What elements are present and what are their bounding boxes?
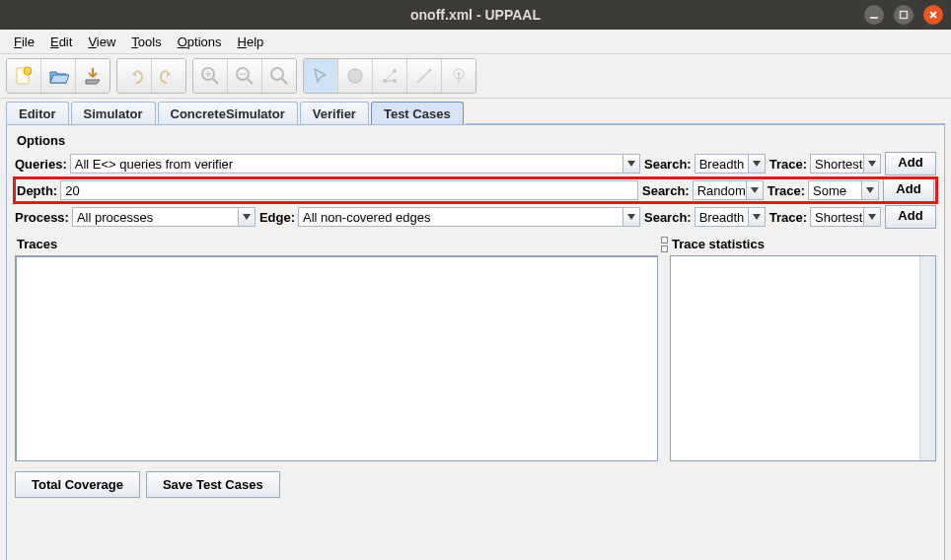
menu-edit[interactable]: Edit bbox=[42, 33, 80, 51]
traces-title: Traces bbox=[17, 237, 658, 251]
main-tabbar: Editor Simulator ConcreteSimulator Verif… bbox=[0, 99, 951, 124]
trace-combo-3[interactable]: Shortest bbox=[810, 207, 881, 227]
close-button[interactable] bbox=[923, 5, 943, 25]
trace-label-2: Trace: bbox=[768, 183, 805, 198]
minimize-button[interactable] bbox=[864, 5, 884, 25]
queries-combo[interactable]: All E<> queries from verifier bbox=[70, 154, 640, 174]
menu-bar: File Edit View Tools Options Help bbox=[0, 30, 951, 54]
add-button-2[interactable]: Add bbox=[883, 178, 934, 202]
chevron-down-icon bbox=[746, 181, 763, 199]
chevron-down-icon bbox=[863, 155, 880, 173]
save-file-icon[interactable] bbox=[76, 59, 110, 93]
trace-label-1: Trace: bbox=[769, 157, 807, 172]
svg-line-14 bbox=[282, 79, 287, 84]
queries-row: Queries: All E<> queries from verifier S… bbox=[15, 152, 936, 175]
select-tool-icon[interactable] bbox=[304, 59, 338, 93]
panels-container: Traces Trace statistics bbox=[15, 235, 936, 461]
svg-rect-1 bbox=[901, 12, 908, 19]
trace-label-3: Trace: bbox=[769, 210, 807, 225]
trace-stats-title: Trace statistics bbox=[672, 237, 936, 251]
svg-line-19 bbox=[417, 69, 431, 83]
chevron-down-icon bbox=[863, 208, 880, 226]
redo-icon[interactable] bbox=[152, 59, 185, 93]
tab-test-cases[interactable]: Test Cases bbox=[371, 102, 464, 124]
process-combo[interactable]: All processes bbox=[72, 207, 256, 227]
trace-combo-2[interactable]: Some bbox=[808, 180, 879, 200]
window-title: onoff.xml - UPPAAL bbox=[410, 7, 541, 23]
branch-tool-icon[interactable] bbox=[373, 59, 407, 93]
menu-view[interactable]: View bbox=[80, 33, 123, 51]
vertical-scrollbar[interactable] bbox=[919, 256, 935, 460]
search-label-2: Search: bbox=[642, 183, 690, 198]
edge-label: Edge: bbox=[259, 210, 295, 225]
svg-point-5 bbox=[24, 67, 32, 75]
chevron-down-icon bbox=[238, 208, 255, 226]
chevron-down-icon bbox=[622, 208, 639, 226]
open-file-icon[interactable] bbox=[41, 59, 76, 93]
trace-combo-1[interactable]: Shortest bbox=[810, 154, 881, 174]
search-combo-3[interactable]: Breadth bbox=[695, 207, 766, 227]
total-coverage-button[interactable]: Total Coverage bbox=[15, 471, 140, 498]
zoom-in-icon[interactable] bbox=[193, 59, 228, 93]
trace-stats-panel: Trace statistics bbox=[670, 235, 936, 461]
add-button-3[interactable]: Add bbox=[885, 205, 936, 229]
zoom-out-icon[interactable] bbox=[228, 59, 262, 93]
process-row: Process: All processes Edge: All non-cov… bbox=[15, 205, 936, 229]
svg-point-22 bbox=[458, 73, 461, 76]
search-label-3: Search: bbox=[644, 210, 692, 225]
splitter[interactable] bbox=[660, 235, 668, 461]
menu-help[interactable]: Help bbox=[230, 33, 272, 51]
svg-line-7 bbox=[213, 79, 218, 84]
trace-stats-body[interactable] bbox=[670, 255, 936, 461]
edge-tool-icon[interactable] bbox=[407, 59, 442, 93]
svg-point-15 bbox=[348, 69, 362, 83]
options-title: Options bbox=[17, 133, 936, 148]
chevron-down-icon bbox=[748, 155, 765, 173]
depth-field[interactable]: 20 bbox=[60, 180, 638, 200]
maximize-button[interactable] bbox=[894, 5, 914, 25]
svg-point-13 bbox=[271, 68, 283, 80]
tab-verifier[interactable]: Verifier bbox=[300, 102, 369, 124]
svg-line-11 bbox=[248, 79, 253, 84]
toolbar bbox=[0, 54, 951, 99]
process-label: Process: bbox=[15, 210, 69, 225]
undo-icon[interactable] bbox=[117, 59, 152, 93]
search-combo-2[interactable]: Random bbox=[693, 180, 764, 200]
zoom-fit-icon[interactable] bbox=[262, 59, 296, 93]
nail-tool-icon[interactable] bbox=[442, 59, 476, 93]
new-file-icon[interactable] bbox=[7, 59, 41, 93]
search-label-1: Search: bbox=[644, 157, 692, 172]
bottom-buttons: Total Coverage Save Test Cases bbox=[15, 471, 936, 498]
tab-editor[interactable]: Editor bbox=[6, 102, 69, 124]
menu-options[interactable]: Options bbox=[170, 33, 230, 51]
tab-simulator[interactable]: Simulator bbox=[71, 102, 156, 124]
add-button-1[interactable]: Add bbox=[885, 152, 936, 175]
test-cases-panel: Options Queries: All E<> queries from ve… bbox=[6, 124, 945, 560]
traces-list[interactable] bbox=[15, 255, 658, 461]
menu-tools[interactable]: Tools bbox=[123, 33, 169, 51]
tab-concrete-simulator[interactable]: ConcreteSimulator bbox=[158, 102, 298, 124]
edge-combo[interactable]: All non-covered edges bbox=[298, 207, 640, 227]
depth-row: Depth: 20 Search: Random Trace: Some Add bbox=[15, 178, 936, 202]
depth-label: Depth: bbox=[17, 183, 57, 198]
traces-panel: Traces bbox=[15, 235, 658, 461]
chevron-down-icon bbox=[861, 181, 878, 199]
window-titlebar: onoff.xml - UPPAAL bbox=[0, 0, 951, 30]
location-tool-icon[interactable] bbox=[338, 59, 373, 93]
menu-file[interactable]: File bbox=[6, 33, 42, 51]
search-combo-1[interactable]: Breadth bbox=[695, 154, 766, 174]
save-test-cases-button[interactable]: Save Test Cases bbox=[146, 471, 280, 498]
chevron-down-icon bbox=[748, 208, 765, 226]
window-controls bbox=[864, 5, 943, 25]
chevron-down-icon bbox=[622, 155, 639, 173]
queries-label: Queries: bbox=[15, 157, 67, 172]
